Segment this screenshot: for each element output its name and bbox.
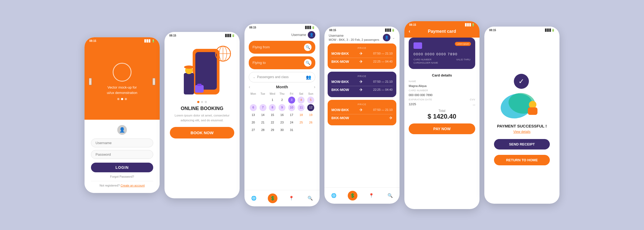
cal-day-27[interactable]: 27 (250, 127, 257, 134)
payment-header: ‹ Payment card (404, 27, 480, 38)
cal-day-4[interactable]: 4 (298, 97, 305, 104)
card-details-title: Card details (409, 73, 475, 77)
status-time-1: 08:15 (89, 39, 96, 42)
cal-header-sat: Sat (297, 92, 306, 96)
payment-back-btn[interactable]: ‹ (409, 28, 410, 34)
results-username: Username (329, 34, 378, 38)
next-arrow[interactable]: › (152, 78, 155, 85)
cal-day-26[interactable]: 26 (307, 119, 314, 126)
cal-day-11[interactable]: 11 (298, 104, 305, 111)
cal-day-28[interactable]: 28 (259, 127, 266, 134)
phones-container: 08:15 ▊▊▊ 🔋 ‹ Vector mock-up for ui/ux d… (79, 16, 565, 214)
booking-title: ONLINE BOOKING (181, 106, 223, 111)
cal-day-13[interactable]: 13 (250, 112, 257, 119)
cardnum-detail-value: 000 000 000 7890 (409, 93, 433, 97)
cal-day-22[interactable]: 22 (269, 119, 276, 126)
booking-svg (178, 43, 232, 100)
cal-day-17[interactable]: 17 (288, 112, 295, 119)
booking-progress-dots (197, 101, 207, 103)
bottom-nav-4: 🌐 💲 📍 🔍 (324, 187, 400, 204)
cal-empty-2 (259, 97, 266, 104)
return-home-button[interactable]: RETURN TO HOME (494, 155, 550, 165)
nav-pin-4[interactable]: 📍 (367, 191, 376, 200)
calendar-prev-btn[interactable]: ‹ (249, 85, 250, 89)
card-chip-icon (414, 42, 422, 49)
cal-day-29[interactable]: 29 (269, 127, 276, 134)
cal-day-9[interactable]: 9 (279, 104, 286, 111)
outbound-time-2: 07:50 — 21:10 (373, 80, 393, 83)
return-plane-2: ✈ (359, 87, 363, 92)
nav-dollar-3[interactable]: 💲 (268, 194, 277, 203)
cal-day-19[interactable]: 19 (307, 112, 314, 119)
search-icon-from: 🔍 (304, 43, 312, 51)
flying-from-input[interactable] (253, 45, 300, 49)
flight-card-3[interactable]: PRICE MOW-BKK ✈ 07:50 — 21:10 BKK-MOW ✈ (328, 100, 396, 125)
flight-card-2[interactable]: PRICE MOW-BKK ✈ 07:50 — 21:10 BKK-MOW ✈ … (328, 72, 396, 97)
outbound-code-1: MOW-BKK (331, 52, 349, 56)
view-details-link[interactable]: View details (513, 130, 530, 134)
flying-to-box[interactable]: 🔍 (249, 56, 315, 69)
logo-circle (113, 63, 131, 82)
status-time-4: 08:15 (329, 29, 336, 32)
cal-day-24[interactable]: 24 (288, 119, 295, 126)
route-info: MOW - BKK, 3 - 20 Feb, 2 passengers (329, 38, 379, 41)
dot-2 (121, 98, 123, 100)
forgot-password-link[interactable]: Forgot Password? (110, 175, 134, 178)
progress-dot-2 (201, 101, 203, 103)
nav-globe-3[interactable]: 🌐 (249, 194, 259, 203)
flight-card-1[interactable]: PRICE MOW-BKK ✈ 07:50 — 21:10 BKK-MOW ✈ … (328, 43, 396, 69)
nav-search-3[interactable]: 🔍 (305, 194, 315, 203)
cal-day-10[interactable]: 10 (288, 104, 295, 111)
passengers-icon: 👥 (306, 75, 311, 80)
booking-body: ONLINE BOOKING Lorem ipsum dolor sit ame… (164, 38, 240, 198)
return-row-1: BKK-MOW ✈ 22:25 — 04:40 (331, 59, 393, 64)
book-now-button[interactable]: BOOK NOW (170, 127, 234, 138)
outbound-row-3: MOW-BKK ✈ 07:50 — 21:10 (331, 107, 393, 112)
prev-arrow[interactable]: ‹ (89, 78, 92, 85)
cal-day-20[interactable]: 20 (250, 119, 257, 126)
success-svg: ✓ (498, 71, 546, 119)
flying-to-input[interactable] (253, 61, 300, 65)
cardnum-detail-label: CARD NUMBER (409, 89, 428, 92)
cal-day-1[interactable]: 1 (269, 97, 276, 104)
cal-day-30[interactable]: 30 (279, 127, 286, 134)
cal-day-7[interactable]: 7 (259, 104, 266, 111)
cal-empty-1 (250, 97, 257, 104)
flying-from-box[interactable]: 🔍 (249, 41, 315, 54)
calendar-next-btn[interactable]: › (314, 85, 315, 89)
cal-day-5[interactable]: 5 (307, 97, 314, 104)
cal-day-16[interactable]: 16 (279, 112, 286, 119)
status-bar-2: 08:15 ▊▊▊🔋 (164, 32, 240, 38)
dot-3 (125, 98, 127, 100)
cal-day-8[interactable]: 8 (269, 104, 276, 111)
name-value-row: Magna Aliqua (409, 84, 475, 87)
send-receipt-button[interactable]: SEND RECEIPT (494, 139, 550, 149)
cal-day-15[interactable]: 15 (269, 112, 276, 119)
nav-dollar-4[interactable]: 💲 (348, 191, 357, 200)
nav-globe-4[interactable]: 🌐 (329, 191, 339, 200)
cal-day-31[interactable]: 31 (288, 127, 295, 134)
cal-day-21[interactable]: 21 (259, 119, 266, 126)
pay-now-button[interactable]: PAY NOW (409, 123, 475, 134)
cal-day-3[interactable]: 3 (288, 97, 295, 104)
passengers-button[interactable]: ⌄ Passengers and class 👥 (249, 72, 315, 82)
plane-icon-1: ✈ (359, 51, 363, 56)
login-button[interactable]: LOGIN (91, 163, 153, 172)
cal-empty-4 (307, 127, 314, 134)
valid-thru-section: VALID THRU (456, 58, 470, 61)
nav-search-4[interactable]: 🔍 (385, 191, 395, 200)
cal-day-18[interactable]: 18 (298, 112, 305, 119)
nav-pin-3[interactable]: 📍 (287, 194, 296, 203)
cal-day-14[interactable]: 14 (259, 112, 266, 119)
cal-day-2[interactable]: 2 (279, 97, 286, 104)
cal-day-23[interactable]: 23 (279, 119, 286, 126)
cal-day-25[interactable]: 25 (298, 119, 305, 126)
password-input[interactable] (91, 150, 153, 159)
cal-day-12[interactable]: 12 (307, 104, 314, 111)
username-input[interactable] (91, 138, 153, 147)
outbound-time-1: 07:50 — 21:10 (373, 52, 393, 55)
create-account-link[interactable]: Create an account (120, 184, 145, 187)
expand-icon[interactable]: ⌄ (392, 35, 395, 40)
cal-day-6[interactable]: 6 (250, 104, 257, 111)
outbound-code-2: MOW-BKK (331, 80, 349, 84)
